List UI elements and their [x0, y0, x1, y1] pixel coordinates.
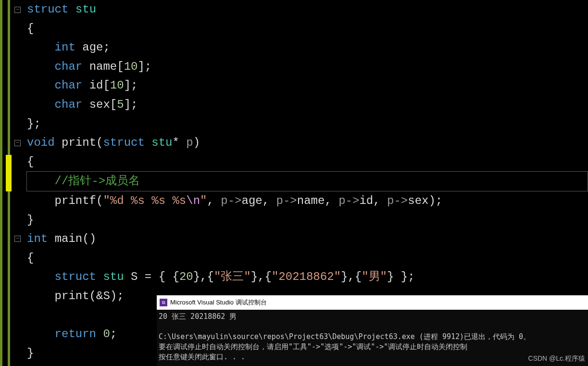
code-line: struct stu S = { {20},{"张三"},{"20218862"… — [27, 267, 588, 287]
console-output: 20 张三 20218862 男 C:\Users\mayulin\source… — [157, 310, 588, 364]
code-line: printf("%d %s %s %s\n", p->age, p->name,… — [27, 191, 588, 211]
vs-icon: ⧉ — [160, 299, 167, 306]
code-line: { — [27, 19, 588, 38]
code-line: } — [27, 211, 588, 230]
code-line: char name[10]; — [27, 57, 588, 76]
code-line: { — [27, 152, 588, 172]
code-line: char id[10]; — [27, 76, 588, 95]
code-line: void print(struct stu* p) — [27, 133, 588, 152]
debug-console-window: ⧉ Microsoft Visual Studio 调试控制台 20 张三 20… — [157, 295, 588, 366]
code-line: }; — [27, 114, 588, 134]
code-line: int main() — [27, 229, 588, 249]
code-line: { — [27, 249, 588, 268]
console-title-text: Microsoft Visual Studio 调试控制台 — [170, 298, 267, 307]
code-line: struct stu — [27, 0, 588, 19]
watermark-text: CSDN @Lc.程序猿 — [528, 353, 585, 364]
code-line-current: //指针->成员名 — [26, 171, 588, 191]
code-line: char sex[5]; — [27, 95, 588, 114]
code-line: int age; — [27, 38, 588, 57]
console-titlebar[interactable]: ⧉ Microsoft Visual Studio 调试控制台 — [157, 295, 588, 310]
